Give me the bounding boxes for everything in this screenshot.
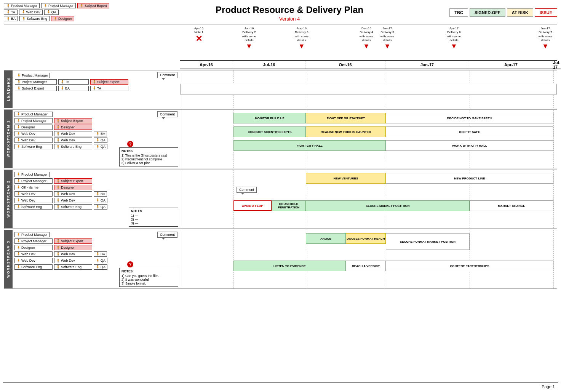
ws1-staff-panel: 🧍 Product Manager 🧍 Project Manager 🧍 Su…: [13, 110, 180, 168]
bar-secure-format: SECURE FORMAT MARKET POSITION: [386, 233, 470, 250]
bar-monitor-build-up: MONITOR BUILD UP: [233, 113, 306, 123]
legend-product-manager: 🧍Product Manager: [4, 3, 40, 8]
period-labels: Apr-16 Jul-16 Oct-16 Jan-17 Apr-17 Jul-1…: [180, 61, 561, 69]
bar-conduct-sci: CONDUCT SCIENTIFIC EXPTS: [233, 126, 306, 137]
ws1-label: WORKSTREAM 1: [4, 110, 13, 168]
period-jul16: Jul-16: [233, 61, 305, 69]
version-label: Version 4: [129, 16, 449, 22]
ws1-notes: NOTES 1) This is the Ghostbusters cast 2…: [119, 147, 178, 166]
bar-content-partnerships: CONTENT PARTNERSHIPS: [386, 261, 553, 271]
legend-subject-expert: 🧍Subject Expert: [77, 3, 109, 8]
legend-project-manager: 🧍Project Manager: [41, 3, 76, 8]
page-number: Page 1: [542, 384, 555, 389]
legend-qa: 🧍QA: [44, 10, 59, 15]
leaders-staff-panel: 🧍 Product Manager 🧍 Project Manager 🧍 Su…: [13, 70, 180, 108]
bar-avoid-flop: AVOID A FLOP: [233, 200, 272, 211]
ws1-comment: Comment: [157, 111, 177, 117]
timeline-header: Apr-16Note 1 ✕ Jun-16Delivery 2with some…: [180, 27, 557, 61]
bar-secure-market: SECURE MARKET POSTITION: [306, 200, 470, 211]
bar-listen-to-evidence: LISTEN TO EVIDENCE: [233, 261, 346, 271]
main-content: Apr-16Note 1 ✕ Jun-16Delivery 2with some…: [4, 27, 557, 289]
period-jul17: Jul-17: [553, 61, 561, 69]
delivery-jun17: Jun-17Delivery 7with somedetails ▼: [532, 27, 559, 50]
bar-fight-off-mr-staypuft: FIGHT OFF MR STAYPUFT: [306, 113, 386, 123]
bar-household-penetration: HOUSEHOLD PENETRATION: [272, 200, 306, 211]
legend-web-dev: 🧍Web Dev: [19, 10, 43, 15]
leaders-label: LEADERS: [4, 70, 13, 108]
bar-work-city-hall: WORK WITH CITY HALL: [386, 140, 553, 151]
legend-ta: 🧍TA: [4, 10, 18, 15]
ws2-section: WORKSTREAM 2 🧍 Product Manager 🧍 Project…: [4, 170, 557, 229]
ws3-gantt: ARGUE DOUBLE FORMAT REACH SECURE FORMAT …: [180, 230, 557, 288]
delivery-apr17: Apr-17Delivery 6with somedetails ▼: [441, 27, 467, 50]
ws2-notes: NOTES 1) — 2) — 3) —: [129, 208, 178, 227]
status-area: TBC SIGNED-OFF AT RISK ISSUE: [449, 3, 557, 17]
leaders-gantt: [180, 70, 557, 108]
ws3-staff-panel: 🧍 Product Manager 🧍 Project Manager 🧍 Su…: [13, 230, 180, 288]
bar-argue: ARGUE: [306, 233, 346, 244]
ws1-gantt: MONITOR BUILD UP FIGHT OFF MR STAYPUFT D…: [180, 110, 557, 168]
delivery-aug16: Aug-16Delivery 3with somedetails ▼: [288, 27, 315, 50]
leaders-comment: Comment: [157, 72, 177, 78]
legend-software-eng: 🧍Software Eng: [19, 16, 50, 21]
ws1-question-mark: ?: [127, 141, 133, 147]
main-title: Product Resource & Delivery Plan: [129, 5, 449, 15]
bar-realise-ny: REALISE NEW YORK IS HAUNTED: [306, 126, 386, 137]
legend-designer: 🧍Designer: [51, 16, 74, 21]
ws3-label: WORKSTREAM 3: [4, 230, 13, 288]
page: 🧍Product Manager 🧍Project Manager 🧍Subje…: [0, 0, 561, 392]
ws1-section: WORKSTREAM 1 🧍 Product Manager 🧍 Project…: [4, 109, 557, 168]
status-signed-off: SIGNED-OFF: [470, 8, 505, 17]
legend-area: 🧍Product Manager 🧍Project Manager 🧍Subje…: [4, 3, 129, 21]
bar-double-format-reach: DOUBLE FORMAT REACH: [346, 233, 386, 244]
title-area: Product Resource & Delivery Plan Version…: [129, 3, 449, 22]
status-at-risk: AT RISK: [507, 8, 533, 17]
period-apr17: Apr-17: [469, 61, 553, 69]
ws2-gantt: Comment NEW VENTURES NEW PRODUCT LINE AV…: [180, 170, 557, 228]
ws2-staff-panel: 🧍 Product Manager 🧍 Project Manager 🧍 Su…: [13, 170, 180, 228]
status-issue: ISSUE: [535, 8, 557, 17]
ws2-comment-gantt: Comment: [237, 187, 257, 193]
bar-new-ventures: NEW VENTURES: [306, 173, 386, 184]
ws3-section: WORKSTREAM 3 🧍 Product Manager 🧍 Project…: [4, 230, 557, 289]
period-apr16: Apr-16: [180, 61, 233, 69]
legend-ba: 🧍BA: [4, 16, 18, 21]
bar-reach-verdict: REACH A VERDICT: [346, 261, 386, 271]
bar-new-product-line: NEW PRODUCT LINE: [386, 173, 553, 184]
delivery-jan17: Jan-17Delivery 5with somedetails ▼: [374, 27, 401, 50]
ws3-notes: NOTES 1) Can you guess the film. 2) It w…: [119, 268, 178, 287]
delivery-apr16: Apr-16Note 1 ✕: [187, 27, 210, 43]
bar-fight-city-hall: FIGHT CITY HALL: [233, 140, 386, 151]
period-jan17: Jan-17: [385, 61, 469, 69]
ws3-comment: Comment: [157, 232, 177, 238]
bar-decide-not-part-ii: DECIDE NOT TO MAKE PART II: [386, 113, 553, 123]
bar-keep-it-safe: KEEP IT SAFE: [386, 126, 553, 137]
ws3-question-mark: ?: [127, 261, 133, 267]
period-oct16: Oct-16: [305, 61, 385, 69]
status-tbc: TBC: [449, 8, 468, 17]
leaders-section: LEADERS 🧍 Product Manager 🧍 Project Mana…: [4, 70, 557, 108]
delivery-jun16: Jun-16Delivery 2with somedetails ▼: [236, 27, 262, 50]
bar-market-change: MARKET CHANGE: [470, 200, 553, 211]
ws2-label: WORKSTREAM 2: [4, 170, 13, 228]
